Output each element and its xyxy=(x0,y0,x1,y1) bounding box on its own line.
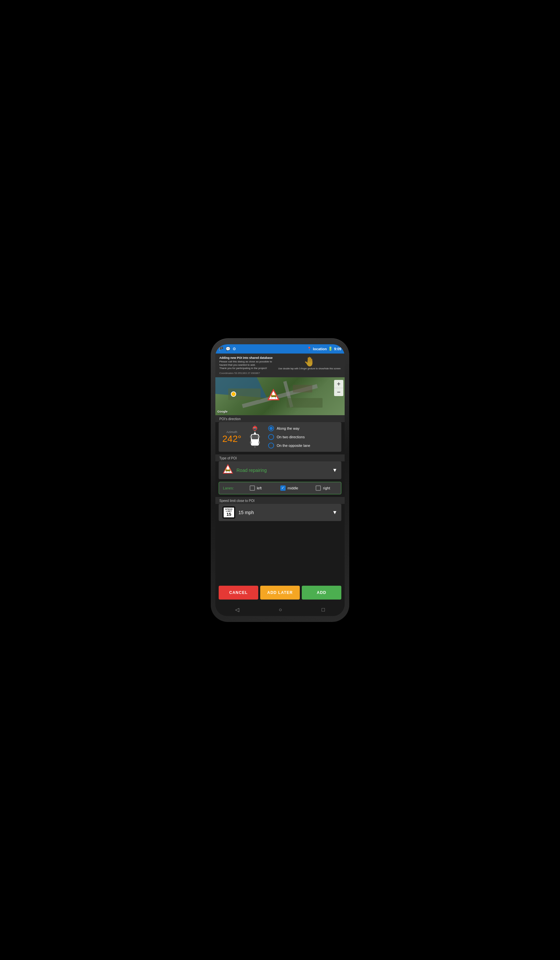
speed-section-label: Speed limit close to POI xyxy=(215,497,345,504)
map-building-2 xyxy=(286,398,323,408)
azimuth-block: Azimuth 242° xyxy=(222,430,242,443)
nav-bar: ◁ ○ □ xyxy=(215,603,345,616)
lane-middle-label: middle xyxy=(288,486,298,490)
settings-icon: ⚙ xyxy=(232,347,236,351)
car-diagram: 📷 xyxy=(245,426,265,448)
nav-icon: 🏴 xyxy=(219,347,224,351)
direction-section-label: POI's direction xyxy=(215,415,345,422)
back-button[interactable]: ◁ xyxy=(235,606,239,613)
map-building-3 xyxy=(293,385,312,392)
add-button[interactable]: ADD xyxy=(302,586,341,600)
lanes-card: Lanes: left middle right xyxy=(219,482,341,494)
clock: 9:09 xyxy=(334,347,341,351)
phone-frame: 🏴 💬 ⚙ 📍 location 🔋 9:09 Adding new POI i… xyxy=(211,338,349,622)
phone-screen: 🏴 💬 ⚙ 📍 location 🔋 9:09 Adding new POI i… xyxy=(215,344,345,616)
radio-opposite-label: On the opposite lane xyxy=(277,443,310,448)
radio-two-label: On two directions xyxy=(277,435,305,439)
info-subtitle: Please call this dialog as close as poss… xyxy=(219,360,275,370)
poi-type-name: Road repairing xyxy=(237,468,329,473)
info-title: Adding new POI into shared database xyxy=(219,356,275,360)
info-bar: Adding new POI into shared database Plea… xyxy=(215,354,345,377)
chat-icon: 💬 xyxy=(226,347,230,351)
battery-icon: 🔋 xyxy=(328,347,333,351)
radio-opposite-circle[interactable] xyxy=(268,443,274,448)
location-icon: 📍 xyxy=(307,347,312,351)
gesture-hint: 🤚 Use double tap with 3-finger gesture t… xyxy=(278,356,341,370)
map-zoom-controls[interactable]: + − xyxy=(334,380,343,396)
svg-rect-12 xyxy=(259,441,260,443)
azimuth-value: 242° xyxy=(222,434,242,443)
lte-indicator: location xyxy=(313,347,327,351)
coordinates: Coordinates 53.951363 27.690867 xyxy=(219,372,275,374)
speed-sign-line1: SPEEDLIMIT xyxy=(225,508,233,512)
action-buttons: CANCEL ADD LATER ADD xyxy=(215,581,345,603)
status-bar: 🏴 💬 ⚙ 📍 location 🔋 9:09 xyxy=(215,344,345,354)
status-right-info: 📍 location 🔋 9:09 xyxy=(307,347,341,351)
poi-type-dropdown-arrow[interactable]: ▼ xyxy=(332,467,338,473)
google-label: Google xyxy=(218,410,227,413)
radio-two-circle[interactable] xyxy=(268,434,274,440)
zoom-out-button[interactable]: − xyxy=(334,388,343,396)
radio-along-label: Along the way xyxy=(277,426,299,430)
poi-type-section-label: Type of POI xyxy=(215,454,345,461)
scroll-body[interactable]: Adding new POI into shared database Plea… xyxy=(215,354,345,603)
spacer xyxy=(215,524,345,581)
lane-right-checkbox[interactable] xyxy=(315,485,321,491)
speed-dropdown-arrow[interactable]: ▼ xyxy=(332,509,338,515)
info-text: Adding new POI into shared database Plea… xyxy=(219,356,275,374)
svg-rect-9 xyxy=(250,435,251,438)
svg-text:📷: 📷 xyxy=(253,427,257,430)
lane-middle-option[interactable]: middle xyxy=(275,485,303,491)
radio-along-circle[interactable] xyxy=(268,426,274,431)
svg-rect-7 xyxy=(252,435,258,439)
speed-sign-value: 15 xyxy=(225,512,233,517)
radio-options: Along the way On two directions On the o… xyxy=(268,426,338,448)
lane-left-checkbox[interactable] xyxy=(250,485,255,491)
radio-two-directions[interactable]: On two directions xyxy=(268,434,338,440)
azimuth-label: Azimuth xyxy=(227,430,237,434)
lane-right-label: right xyxy=(323,486,330,490)
svg-marker-8 xyxy=(253,432,257,435)
gesture-icon: 🤚 xyxy=(304,356,315,367)
radio-along-the-way[interactable]: Along the way xyxy=(268,426,338,431)
speed-card[interactable]: SPEEDLIMIT 15 15 mph ▼ xyxy=(219,504,341,521)
map-view[interactable]: 🚧 + − Google xyxy=(215,377,345,415)
map-background: 🚧 xyxy=(215,377,345,415)
poi-type-icon: 🚧 xyxy=(222,464,233,477)
lanes-label: Lanes: xyxy=(223,486,236,490)
status-left-icons: 🏴 💬 ⚙ xyxy=(219,347,236,351)
home-button[interactable]: ○ xyxy=(279,607,282,613)
lane-left-label: left xyxy=(257,486,262,490)
radio-opposite-lane[interactable]: On the opposite lane xyxy=(268,443,338,448)
speed-limit-sign: SPEEDLIMIT 15 xyxy=(222,507,235,518)
lane-left-option[interactable]: left xyxy=(242,485,270,491)
radio-along-dot xyxy=(269,427,273,430)
speed-value-text: 15 mph xyxy=(238,510,329,515)
svg-text:🚧: 🚧 xyxy=(271,394,277,399)
add-later-button[interactable]: ADD LATER xyxy=(260,586,300,600)
cancel-button[interactable]: CANCEL xyxy=(219,586,258,600)
svg-text:🚧: 🚧 xyxy=(225,468,231,473)
poi-type-card[interactable]: 🚧 Road repairing ▼ xyxy=(219,461,341,479)
lane-right-option[interactable]: right xyxy=(309,485,337,491)
map-poi-marker: 🚧 xyxy=(267,389,280,404)
lane-middle-checkbox[interactable] xyxy=(280,485,286,491)
recent-button[interactable]: □ xyxy=(322,607,325,613)
svg-rect-10 xyxy=(259,435,260,438)
zoom-in-button[interactable]: + xyxy=(334,380,343,388)
svg-rect-11 xyxy=(250,441,251,443)
direction-card: Azimuth 242° 📷 xyxy=(219,422,341,452)
